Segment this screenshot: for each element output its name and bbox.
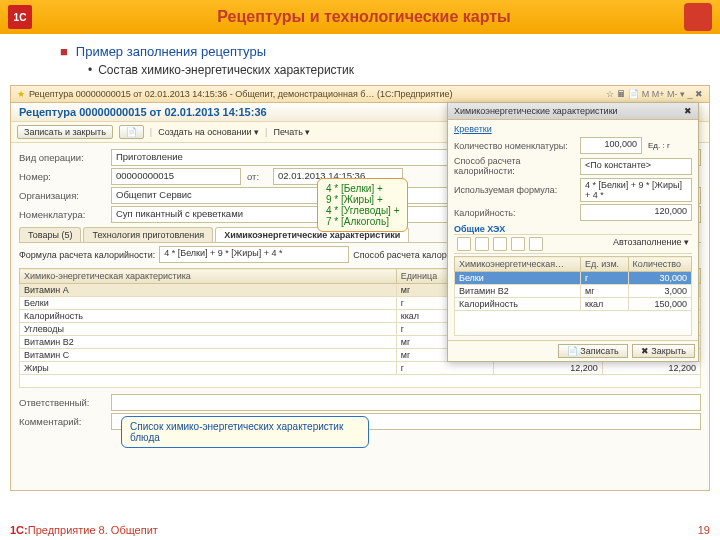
p-method-label: Способ расчета калорийности:: [454, 156, 574, 176]
p-cal-label: Калорийность:: [454, 208, 574, 218]
col-name: Химико-энергетическая характеристика: [20, 269, 397, 284]
nomen-label: Номенклатура:: [19, 209, 105, 220]
section-header: Общие ХЭХ: [454, 224, 692, 234]
date-label: от:: [247, 171, 267, 182]
item-link[interactable]: Креветки: [454, 124, 692, 134]
window-title: Рецептура 00000000015 от 02.01.2013 14:1…: [29, 89, 452, 99]
panel-save-button[interactable]: 📄 Записать: [558, 344, 628, 358]
footer-brand: 1С:Предприятие 8. Общепит: [10, 524, 158, 536]
app-window: ★ Рецептура 00000000015 от 02.01.2013 14…: [10, 85, 710, 491]
op-field[interactable]: Приготовление: [111, 149, 449, 166]
save-button[interactable]: 📄: [119, 125, 144, 139]
page-number: 19: [698, 524, 710, 536]
op-label: Вид операции:: [19, 152, 105, 163]
del-icon[interactable]: [475, 237, 489, 251]
qty-label: Количество номенклатуры:: [454, 141, 574, 151]
logo-1c-icon: 1C: [8, 5, 32, 29]
up-icon[interactable]: [511, 237, 525, 251]
callout-list: Список химико-энергетических характерист…: [121, 416, 369, 448]
chem-energy-dialog: Химикоэнергетические характеристики✖ Кре…: [447, 102, 699, 362]
edit-icon[interactable]: [493, 237, 507, 251]
comment-label: Комментарий:: [19, 416, 105, 427]
star-icon: ★: [17, 89, 25, 99]
autofill-button[interactable]: Автозаполнение ▾: [613, 237, 689, 251]
num-label: Номер:: [19, 171, 105, 182]
formula-field[interactable]: 4 * [Белки] + 9 * [Жиры] + 4 *: [159, 246, 349, 263]
close-icon[interactable]: ✖: [684, 106, 692, 116]
resp-label: Ответственный:: [19, 397, 105, 408]
product-logo-icon: [684, 3, 712, 31]
qty-unit: Ед. : г: [648, 141, 670, 150]
print-button[interactable]: Печать ▾: [273, 127, 310, 137]
panel-grid[interactable]: Химикоэнергетическая…Ед. изм.Количество …: [454, 256, 692, 336]
formula-label: Формула расчета калорийности:: [19, 250, 155, 260]
p-formula-field[interactable]: 4 * [Белки] + 9 * [Жиры] + 4 *: [580, 178, 692, 202]
mini-toolbar: Автозаполнение ▾: [454, 234, 692, 254]
org-label: Организация:: [19, 190, 105, 201]
window-toolbar-icons: ☆ 🖩 📄 M M+ M- ▾ _ ✖: [606, 89, 703, 99]
callout-formula: 4 * [Белки] + 9 * [Жиры] + 4 * [Углеводы…: [317, 178, 408, 232]
add-icon[interactable]: [457, 237, 471, 251]
down-icon[interactable]: [529, 237, 543, 251]
bullet-level1: ■Пример заполнения рецептуры: [60, 44, 680, 59]
window-title-bar: ★ Рецептура 00000000015 от 02.01.2013 14…: [11, 86, 709, 103]
p-cal-field[interactable]: 120,000: [580, 204, 692, 221]
panel-close-button[interactable]: ✖ Закрыть: [632, 344, 695, 358]
dialog-title-bar: Химикоэнергетические характеристики✖: [448, 103, 698, 120]
p-method-field[interactable]: <По константе>: [580, 158, 692, 175]
resp-field[interactable]: [111, 394, 701, 411]
save-and-close-button[interactable]: Записать и закрыть: [17, 125, 113, 139]
tab-goods[interactable]: Товары (5): [19, 227, 81, 242]
qty-field[interactable]: 100,000: [580, 137, 642, 154]
create-based-button[interactable]: Создать на основании ▾: [158, 127, 259, 137]
slide-title: Рецептуры и технологические карты: [44, 8, 684, 26]
num-field[interactable]: 00000000015: [111, 168, 241, 185]
bullet-level2: •Состав химико-энергетических характерис…: [88, 63, 680, 77]
tab-technology[interactable]: Технология приготовления: [83, 227, 213, 242]
p-formula-label: Используемая формула:: [454, 185, 574, 195]
